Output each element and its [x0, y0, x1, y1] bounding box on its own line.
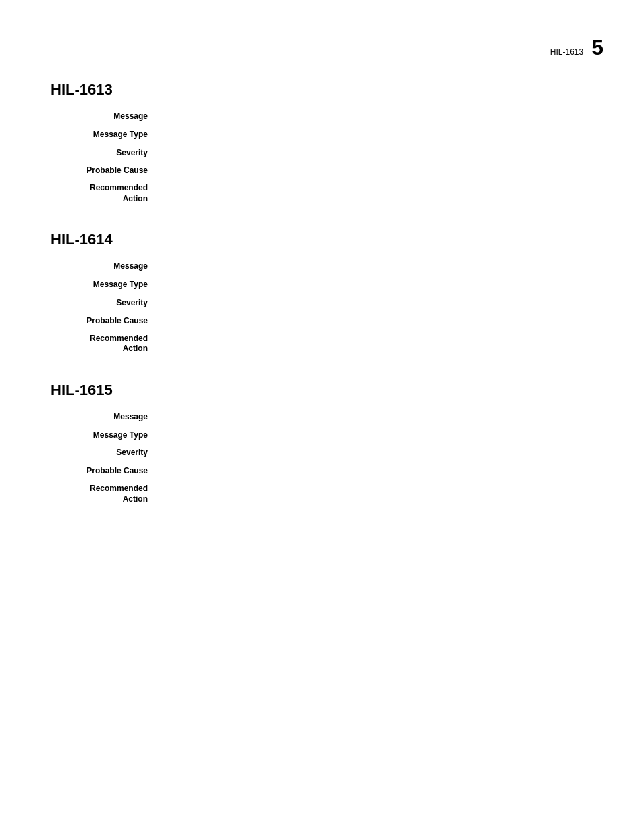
section-hil-1614: HIL-1614 Message Message Type Severity P…	[51, 231, 593, 354]
section-title-hil-1614: HIL-1614	[51, 231, 593, 249]
field-label-recommended-action-1613: RecommendedAction	[51, 183, 159, 204]
field-value-message-type-1613	[159, 129, 593, 140]
field-value-recommended-action-1614	[159, 334, 593, 355]
page-header-label: HIL-1613	[550, 47, 583, 57]
field-label-recommended-action-1615: RecommendedAction	[51, 484, 159, 504]
field-label-probable-cause-1615: Probable Cause	[51, 465, 159, 477]
section-title-hil-1613: HIL-1613	[51, 81, 593, 99]
section-hil-1615: HIL-1615 Message Message Type Severity P…	[51, 382, 593, 504]
field-row-message-type-1613: Message Type	[51, 129, 593, 140]
field-value-message-type-1614	[159, 279, 593, 290]
field-label-severity-1613: Severity	[51, 147, 159, 159]
field-row-recommended-action-1613: RecommendedAction	[51, 183, 593, 204]
field-label-message-1615: Message	[51, 411, 159, 423]
field-value-severity-1613	[159, 147, 593, 159]
page-number: 5	[591, 35, 603, 60]
field-row-severity-1614: Severity	[51, 297, 593, 309]
field-value-recommended-action-1615	[159, 484, 593, 504]
section-hil-1613: HIL-1613 Message Message Type Severity P…	[51, 81, 593, 204]
field-value-message-1615	[159, 411, 593, 423]
field-label-message-1614: Message	[51, 261, 159, 272]
field-value-probable-cause-1615	[159, 465, 593, 477]
field-value-probable-cause-1614	[159, 315, 593, 327]
field-label-message-type-1613: Message Type	[51, 129, 159, 140]
field-label-message-type-1615: Message Type	[51, 429, 159, 441]
field-label-message-1613: Message	[51, 111, 159, 122]
field-label-severity-1615: Severity	[51, 447, 159, 459]
field-value-severity-1614	[159, 297, 593, 309]
field-row-probable-cause-1613: Probable Cause	[51, 165, 593, 176]
field-row-message-type-1614: Message Type	[51, 279, 593, 290]
main-content: HIL-1613 Message Message Type Severity P…	[0, 0, 644, 504]
field-label-recommended-action-1614: RecommendedAction	[51, 334, 159, 355]
field-row-message-1613: Message	[51, 111, 593, 122]
field-label-severity-1614: Severity	[51, 297, 159, 309]
field-value-message-type-1615	[159, 429, 593, 441]
field-label-probable-cause-1613: Probable Cause	[51, 165, 159, 176]
field-value-probable-cause-1613	[159, 165, 593, 176]
field-value-message-1614	[159, 261, 593, 272]
field-value-severity-1615	[159, 447, 593, 459]
field-row-probable-cause-1614: Probable Cause	[51, 315, 593, 327]
field-row-message-1614: Message	[51, 261, 593, 272]
field-row-message-type-1615: Message Type	[51, 429, 593, 441]
field-label-message-type-1614: Message Type	[51, 279, 159, 290]
field-row-probable-cause-1615: Probable Cause	[51, 465, 593, 477]
field-row-message-1615: Message	[51, 411, 593, 423]
section-title-hil-1615: HIL-1615	[51, 382, 593, 399]
page-header: HIL-1613 5	[550, 35, 603, 60]
field-row-severity-1613: Severity	[51, 147, 593, 159]
field-value-recommended-action-1613	[159, 183, 593, 204]
field-value-message-1613	[159, 111, 593, 122]
field-label-probable-cause-1614: Probable Cause	[51, 315, 159, 327]
field-row-recommended-action-1615: RecommendedAction	[51, 484, 593, 504]
field-row-severity-1615: Severity	[51, 447, 593, 459]
field-row-recommended-action-1614: RecommendedAction	[51, 334, 593, 355]
